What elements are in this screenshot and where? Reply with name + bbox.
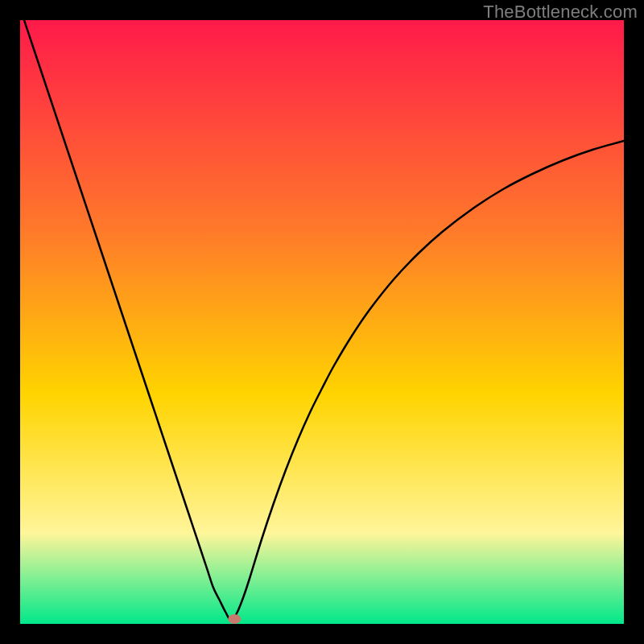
chart-canvas [20, 20, 624, 624]
chart-frame: TheBottleneck.com [0, 0, 644, 644]
watermark-text: TheBottleneck.com [483, 2, 638, 23]
gradient-background [20, 20, 624, 624]
minimum-marker [228, 614, 241, 624]
plot-area [20, 20, 624, 624]
